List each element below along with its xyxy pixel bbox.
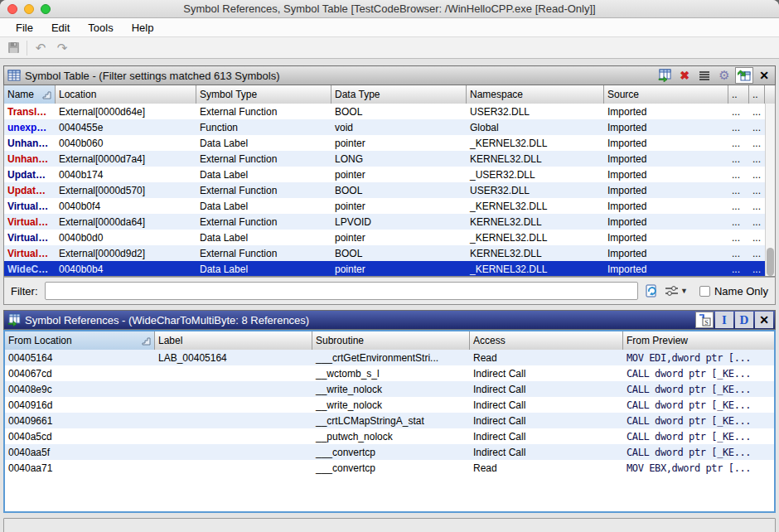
cell-data_type: pointer (331, 169, 467, 181)
column-header-access[interactable]: Access (470, 331, 623, 350)
column-header-subroutine[interactable]: Subroutine (312, 331, 470, 350)
cell-source: Imported (604, 185, 728, 196)
cell-location: External[0000da64] (56, 216, 196, 228)
menu-edit[interactable]: Edit (42, 22, 79, 34)
table-row[interactable]: Virtual…External[0000d9d2]External Funct… (4, 245, 765, 261)
cell-symbol_type: Data Label (196, 138, 331, 149)
redo-icon[interactable]: ↷ (54, 40, 70, 56)
table-row[interactable]: 0040a5cd__putwch_nolockIndirect CallCALL… (5, 428, 774, 444)
table-row[interactable]: Virtual…0040b0d0Data Labelpointer_KERNEL… (4, 230, 765, 245)
column-header-from-location[interactable]: From Location (5, 331, 155, 350)
column-header-data-type[interactable]: Data Type (331, 85, 467, 104)
cell-source: Imported (604, 201, 728, 212)
cell-symbol_type: Data Label (196, 201, 331, 212)
column-header-namespace[interactable]: Namespace (467, 85, 604, 104)
name-only-checkbox[interactable] (699, 286, 710, 297)
cell-subroutine: ___convertcp (312, 462, 470, 474)
cell-from_location: 00408e9c (5, 384, 155, 395)
cell-ref: ... (728, 153, 749, 165)
cell-name: Unhan… (4, 153, 56, 165)
cell-name: Updat… (4, 169, 56, 181)
undo-icon[interactable]: ↶ (32, 40, 49, 56)
table-row[interactable]: 00409661__crtLCMapStringA_statIndirect C… (5, 413, 774, 428)
scrollbar-thumb[interactable] (767, 248, 774, 276)
make-selection-icon[interactable] (656, 67, 674, 84)
table-row[interactable]: Updat…External[0000d570]External Functio… (4, 182, 765, 198)
cell-source: Imported (604, 153, 728, 165)
minimize-button[interactable] (24, 4, 34, 14)
cell-name: unexp… (4, 122, 56, 133)
close-icon[interactable]: ✕ (755, 312, 773, 328)
instruction-references-icon[interactable]: I (715, 312, 733, 328)
cell-source: Imported (604, 138, 728, 149)
cell-name: Virtual… (4, 201, 56, 212)
empty-table-space (5, 476, 774, 511)
cell-symbol_type: Function (196, 122, 331, 133)
cell-namespace: Global (467, 122, 604, 133)
name-only-label: Name Only (714, 285, 768, 297)
filter-input[interactable] (45, 282, 639, 300)
table-row[interactable]: Virtual…0040b0f4Data Labelpointer_KERNEL… (4, 198, 765, 214)
table-row[interactable]: 004067cd__wctomb_s_lIndirect CallCALL dw… (5, 365, 774, 381)
cell-ref: ... (728, 201, 749, 212)
filter-options-icon[interactable]: ▼ (665, 283, 688, 299)
column-header-symbol-type[interactable]: Symbol Type (196, 85, 331, 104)
cell-namespace: USER32.DLL (467, 185, 604, 196)
close-button[interactable] (7, 4, 17, 14)
table-row[interactable]: 00405164LAB_00405164___crtGetEnvironment… (5, 350, 774, 365)
cell-offcut: ... (749, 138, 765, 149)
data-references-icon[interactable]: D (735, 312, 753, 328)
symbol-table-header: NameLocationSymbol TypeData TypeNamespac… (3, 85, 776, 104)
close-icon[interactable]: ✕ (755, 67, 773, 84)
cell-access: Indirect Call (470, 431, 623, 443)
column-header-source[interactable]: Source (604, 85, 728, 104)
menu-help[interactable]: Help (123, 22, 163, 34)
table-row[interactable]: 00408e9c__write_nolockIndirect CallCALL … (5, 381, 774, 397)
symbol-table-title: Symbol Table - (Filter settings matched … (25, 70, 656, 82)
clear-filter-icon[interactable] (645, 283, 658, 299)
table-row[interactable]: unexp…0040455eFunctionvoidGlobalImported… (4, 119, 765, 135)
name-only-option[interactable]: Name Only (699, 285, 768, 297)
filter-list-icon[interactable] (695, 67, 714, 84)
table-row[interactable]: Updat…0040b174Data Labelpointer_USER32.D… (4, 167, 765, 182)
cell-access: Indirect Call (470, 368, 623, 380)
navigate-selection-icon[interactable] (735, 67, 753, 84)
column-header-name[interactable]: Name (4, 85, 56, 104)
cell-name: Transl… (4, 106, 56, 118)
column-header--[interactable]: .. (728, 85, 749, 104)
cell-from_location: 004067cd (5, 368, 155, 380)
cell-from_location: 00405164 (5, 352, 155, 364)
column-header-location[interactable]: Location (56, 85, 196, 104)
column-header-from-preview[interactable]: From Preview (623, 331, 774, 350)
column-header--[interactable]: .. (749, 85, 765, 104)
zoom-button[interactable] (41, 4, 51, 14)
delete-symbol-icon[interactable]: ✖ (675, 67, 694, 84)
settings-gear-icon[interactable]: ⚙ (715, 67, 733, 84)
menu-file[interactable]: File (7, 22, 42, 34)
follow-selection-icon[interactable]: S (695, 312, 714, 328)
table-row[interactable]: Unhan…External[0000d7a4]External Functio… (4, 151, 765, 167)
cell-symbol_type: External Function (196, 216, 331, 228)
symbol-table-scrollbar[interactable] (765, 104, 775, 277)
cell-namespace: _KERNEL32.DLL (467, 264, 604, 275)
symbol-table-body: Transl…External[0000d64e]External Functi… (3, 104, 776, 277)
table-row[interactable]: Transl…External[0000d64e]External Functi… (4, 104, 765, 119)
table-row[interactable]: Unhan…0040b060Data Labelpointer_KERNEL32… (4, 135, 765, 151)
cell-data_type: LONG (331, 153, 467, 165)
cell-data_type: pointer (331, 201, 467, 212)
column-header-label[interactable]: Label (155, 331, 312, 350)
cell-data_type: pointer (331, 232, 467, 244)
table-row[interactable]: 0040aa71___convertcpReadMOV EBX,dword pt… (5, 460, 774, 476)
titlebar: Symbol References, Symbol Table [TestCod… (0, 0, 779, 18)
table-row[interactable]: Virtual…External[0000da64]External Funct… (4, 214, 765, 230)
cell-source: Imported (604, 248, 728, 259)
chevron-down-icon: ▼ (680, 287, 688, 295)
menu-tools[interactable]: Tools (79, 22, 122, 34)
save-icon[interactable] (5, 40, 22, 56)
table-row[interactable]: 0040916d__write_nolockIndirect CallCALL … (5, 397, 774, 413)
table-row[interactable]: WideC…0040b0b4Data Labelpointer_KERNEL32… (4, 261, 765, 277)
cell-ref: ... (728, 216, 749, 228)
sort-ascending-icon (40, 90, 51, 99)
table-row[interactable]: 0040aa5f___convertcpIndirect CallCALL dw… (5, 444, 774, 460)
cell-access: Indirect Call (470, 384, 623, 395)
